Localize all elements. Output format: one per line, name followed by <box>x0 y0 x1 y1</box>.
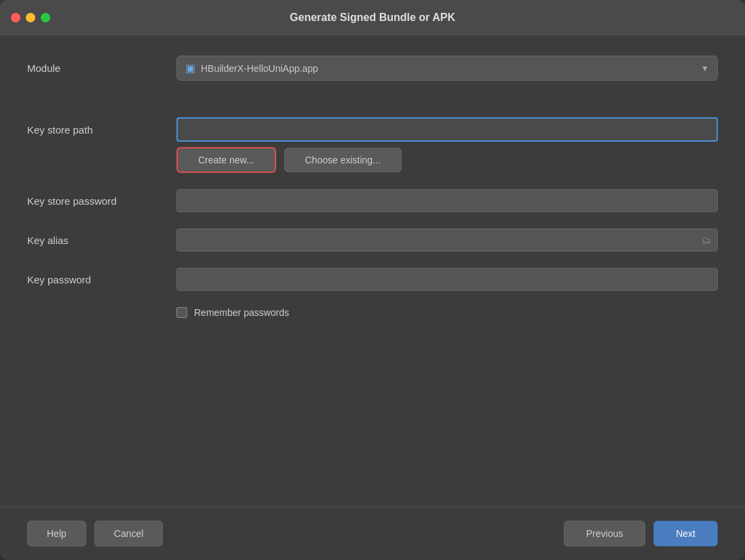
remember-passwords-row: Remember passwords <box>176 307 718 318</box>
module-dropdown[interactable]: ▣ HBuilderX-HelloUniApp.app ▼ <box>176 56 718 81</box>
remember-passwords-label: Remember passwords <box>194 307 289 318</box>
cancel-button[interactable]: Cancel <box>94 521 164 546</box>
key-alias-row: Key alias 🗂 <box>27 228 718 252</box>
spacer-1 <box>27 97 718 117</box>
minimize-button[interactable] <box>26 13 35 22</box>
close-button[interactable] <box>11 13 20 22</box>
module-value: HBuilderX-HelloUniApp.app <box>201 63 701 74</box>
create-new-button[interactable]: Create new... <box>176 147 276 173</box>
key-alias-input-area: 🗂 <box>176 228 718 252</box>
traffic-lights <box>11 13 50 22</box>
keystore-buttons-row: Create new... Choose existing... <box>176 147 718 173</box>
key-store-password-input[interactable] <box>176 189 718 212</box>
keystore-path-input-area <box>176 117 718 142</box>
key-alias-label: Key alias <box>27 235 176 246</box>
key-password-input-area <box>176 268 718 291</box>
choose-existing-button[interactable]: Choose existing... <box>284 148 402 172</box>
key-alias-wrapper: 🗂 <box>176 228 718 252</box>
module-icon: ▣ <box>185 62 195 75</box>
folder-icon[interactable]: 🗂 <box>702 235 711 245</box>
key-password-label: Key password <box>27 274 176 285</box>
keystore-path-row: Key store path <box>27 117 718 142</box>
title-bar: Generate Signed Bundle or APK <box>0 0 745 35</box>
previous-button[interactable]: Previous <box>564 521 645 546</box>
chevron-down-icon: ▼ <box>701 64 709 73</box>
help-button[interactable]: Help <box>27 521 86 546</box>
key-alias-input[interactable] <box>176 228 718 252</box>
module-row: Module ▣ HBuilderX-HelloUniApp.app ▼ <box>27 56 718 81</box>
remember-passwords-checkbox[interactable] <box>176 307 187 318</box>
maximize-button[interactable] <box>41 13 50 22</box>
key-store-password-label: Key store password <box>27 195 176 207</box>
keystore-path-label: Key store path <box>27 124 176 136</box>
dialog-title: Generate Signed Bundle or APK <box>290 12 455 24</box>
content-area: Module ▣ HBuilderX-HelloUniApp.app ▼ Key… <box>0 35 745 506</box>
keystore-path-input[interactable] <box>176 117 718 142</box>
key-password-input[interactable] <box>176 268 718 291</box>
key-store-password-input-area <box>176 189 718 212</box>
next-button[interactable]: Next <box>653 521 718 546</box>
footer: Help Cancel Previous Next <box>0 506 745 560</box>
key-store-password-row: Key store password <box>27 189 718 212</box>
key-password-row: Key password <box>27 268 718 291</box>
dialog: Generate Signed Bundle or APK Module ▣ H… <box>0 0 745 560</box>
module-select-area: ▣ HBuilderX-HelloUniApp.app ▼ <box>176 56 718 81</box>
module-label: Module <box>27 62 176 74</box>
